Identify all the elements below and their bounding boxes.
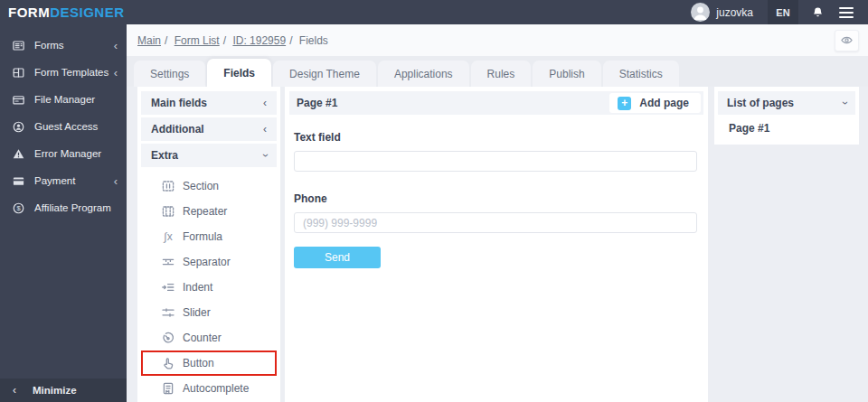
sidebar-item-file-manager[interactable]: File Manager: [0, 86, 127, 113]
sidebar: Forms ‹ Form Templates ‹ File Manager Gu…: [0, 24, 127, 402]
tab-statistics[interactable]: Statistics: [603, 61, 679, 87]
chevron-left-icon: ‹: [263, 98, 267, 108]
breadcrumb-current: Fields: [299, 34, 328, 47]
avatar-person-icon: [691, 3, 710, 22]
formula-icon: ∫x: [161, 230, 175, 243]
text-field-label: Text field: [294, 131, 697, 144]
chevron-down-icon: ‹: [263, 150, 267, 161]
content-area: Main fields ‹ Additional ‹ Extra ‹ Secti…: [127, 87, 868, 402]
accordion-extra[interactable]: Extra ‹: [141, 144, 277, 167]
breadcrumb-bar: Main/ Form List/ ID: 192959/ Fields: [127, 24, 868, 56]
page-header: Page #1 + Add page: [289, 91, 703, 115]
field-item-counter[interactable]: Counter: [141, 325, 277, 351]
sidebar-item-label: Form Templates: [34, 67, 108, 78]
sidebar-item-label: Payment: [34, 175, 75, 186]
tab-settings[interactable]: Settings: [134, 61, 205, 87]
breadcrumb-separator: /: [165, 34, 167, 47]
payment-icon: [12, 174, 25, 188]
pages-panel-title: List of pages: [727, 97, 794, 109]
breadcrumb-separator: /: [289, 34, 292, 47]
accordion-main-fields[interactable]: Main fields ‹: [141, 91, 277, 115]
breadcrumb: Main/ Form List/ ID: 192959/ Fields: [137, 34, 328, 47]
menu-button[interactable]: [839, 7, 854, 18]
tab-design-theme[interactable]: Design Theme: [273, 61, 376, 87]
hamburger-icon: [839, 7, 854, 18]
slider-icon: [161, 305, 175, 320]
sidebar-minimize-button[interactable]: ‹ Minimize: [0, 379, 127, 402]
field-item-label: Slider: [183, 306, 211, 319]
form-preview: Text field Phone Send: [289, 115, 703, 268]
send-button[interactable]: Send: [294, 247, 381, 268]
field-item-button[interactable]: Button: [141, 351, 277, 376]
pages-panel-header[interactable]: List of pages ‹: [718, 91, 855, 115]
sidebar-item-affiliate-program[interactable]: $ Affiliate Program: [0, 194, 127, 221]
extra-field-list: Section Repeater ∫x Formula Separator: [141, 170, 277, 401]
autocomplete-icon: [161, 381, 175, 396]
minimize-label: Minimize: [33, 385, 77, 396]
chevron-left-icon: ‹: [114, 67, 118, 79]
tab-fields[interactable]: Fields: [207, 59, 271, 87]
accordion-label: Additional: [151, 123, 204, 136]
guest-access-icon: [12, 120, 25, 134]
field-item-repeater[interactable]: Repeater: [141, 199, 277, 224]
form-designer-app: FORMDESIGNER juzovka EN Forms ‹: [0, 0, 868, 402]
error-manager-icon: [12, 147, 25, 161]
sidebar-item-label: Affiliate Program: [34, 202, 111, 213]
tab-publish[interactable]: Publish: [533, 61, 600, 87]
field-item-label: Button: [183, 357, 214, 369]
accordion-label: Extra: [151, 149, 178, 162]
affiliate-program-icon: $: [12, 201, 25, 215]
pages-panel: List of pages ‹ Page #1: [714, 87, 859, 145]
notifications-button[interactable]: [811, 5, 825, 19]
tab-rules[interactable]: Rules: [471, 61, 532, 87]
page-editor: Page #1 + Add page Text field Phone Send: [285, 87, 708, 402]
app-logo: FORMDESIGNER: [0, 5, 125, 20]
add-page-button[interactable]: + Add page: [609, 93, 701, 113]
breadcrumb-link-form-id[interactable]: ID: 192959: [232, 34, 286, 47]
topbar-right: juzovka EN: [691, 0, 868, 24]
sidebar-item-payment[interactable]: Payment ‹: [0, 167, 127, 194]
field-item-label: Section: [183, 180, 219, 192]
text-field-input[interactable]: [294, 151, 697, 172]
topbar: FORMDESIGNER juzovka EN: [0, 0, 868, 24]
sidebar-item-guest-access[interactable]: Guest Access: [0, 113, 127, 140]
field-item-label: Indent: [183, 281, 212, 294]
preview-button[interactable]: [835, 30, 859, 51]
tab-bar: Settings Fields Design Theme Application…: [127, 56, 868, 87]
accordion-additional[interactable]: Additional ‹: [141, 117, 277, 141]
sidebar-item-label: File Manager: [34, 94, 95, 105]
field-item-indent[interactable]: Indent: [141, 275, 277, 300]
phone-field-input[interactable]: [294, 212, 697, 233]
field-item-autocomplete[interactable]: Autocomplete: [141, 376, 277, 401]
button-icon: [161, 356, 175, 370]
breadcrumb-link-form-list[interactable]: Form List: [175, 34, 220, 47]
field-item-label: Formula: [183, 230, 222, 243]
sidebar-item-label: Forms: [34, 40, 64, 51]
chevron-left-icon: ‹: [114, 40, 118, 51]
sidebar-item-forms[interactable]: Forms ‹: [0, 32, 127, 59]
file-manager-icon: [12, 93, 25, 107]
field-item-slider[interactable]: Slider: [141, 300, 277, 325]
language-switcher[interactable]: EN: [768, 0, 798, 24]
chevron-left-icon: ‹: [263, 124, 267, 135]
sidebar-item-error-manager[interactable]: Error Manager: [0, 140, 127, 167]
username-label[interactable]: juzovka: [716, 6, 753, 19]
page-list-item[interactable]: Page #1: [718, 115, 855, 141]
field-item-label: Autocomplete: [183, 382, 249, 395]
svg-text:$: $: [16, 204, 21, 212]
accordion-label: Main fields: [151, 97, 207, 109]
breadcrumb-separator: /: [223, 34, 226, 47]
field-item-label: Separator: [183, 256, 231, 268]
tab-applications[interactable]: Applications: [378, 61, 469, 87]
sidebar-item-form-templates[interactable]: Form Templates ‹: [0, 59, 127, 86]
sidebar-item-label: Guest Access: [34, 121, 98, 132]
chevron-left-icon: ‹: [114, 175, 118, 187]
field-item-separator[interactable]: Separator: [141, 249, 277, 275]
phone-field-label: Phone: [294, 192, 697, 205]
user-avatar[interactable]: [691, 3, 710, 22]
field-item-formula[interactable]: ∫x Formula: [141, 224, 277, 249]
breadcrumb-link-main[interactable]: Main: [137, 34, 161, 47]
field-item-section[interactable]: Section: [141, 173, 277, 199]
field-types-panel: Main fields ‹ Additional ‹ Extra ‹ Secti…: [137, 87, 280, 402]
eye-icon: [840, 33, 854, 47]
